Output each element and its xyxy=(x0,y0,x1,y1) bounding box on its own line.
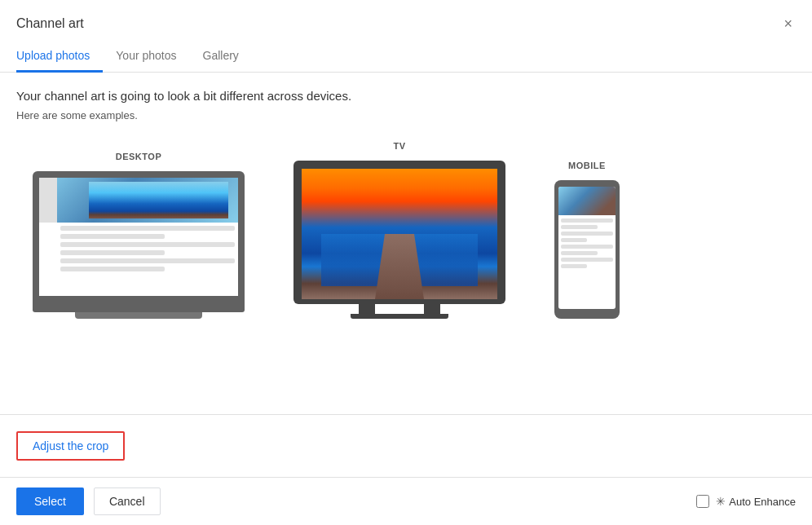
sub-description: Here are some examples. xyxy=(16,109,796,121)
desktop-label: DESKTOP xyxy=(116,152,161,161)
adjust-section: Adjust the crop xyxy=(0,414,812,477)
select-button[interactable]: Select xyxy=(16,488,84,515)
dialog-footer: Select Cancel ✳ Auto Enhance xyxy=(0,477,812,525)
content-line-1 xyxy=(60,226,235,231)
tv-screen xyxy=(302,169,497,299)
phone-body xyxy=(554,180,620,319)
laptop-content-lines xyxy=(39,223,238,278)
phone-line-8 xyxy=(561,264,587,268)
phone-content xyxy=(558,215,616,274)
phone-line-5 xyxy=(561,245,613,249)
content-line-6 xyxy=(60,267,165,271)
laptop-screen xyxy=(33,171,245,302)
content-line-5 xyxy=(60,258,235,263)
tab-upload-photos[interactable]: Upload photos xyxy=(16,41,103,73)
tv-legs xyxy=(293,304,505,314)
footer-actions-right: ✳ Auto Enhance xyxy=(696,495,796,508)
main-description: Your channel art is going to look a bit … xyxy=(16,89,796,103)
phone-line-7 xyxy=(561,258,613,262)
auto-enhance-label: ✳ Auto Enhance xyxy=(716,495,796,508)
phone-screen xyxy=(558,187,616,309)
tab-your-photos[interactable]: Your photos xyxy=(103,41,189,73)
device-previews: DESKTOP xyxy=(16,141,796,319)
tv-base-stand xyxy=(351,314,448,319)
auto-enhance-text: Auto Enhance xyxy=(729,496,796,508)
phone-art xyxy=(558,187,616,215)
phone-line-2 xyxy=(561,225,598,229)
mobile-label: MOBILE xyxy=(568,161,606,170)
phone-line-4 xyxy=(561,238,587,242)
tab-gallery[interactable]: Gallery xyxy=(190,41,252,73)
footer-actions-left: Select Cancel xyxy=(16,488,161,515)
tv-leg-right xyxy=(424,304,440,314)
cancel-button[interactable]: Cancel xyxy=(94,488,161,515)
mobile-preview: MOBILE xyxy=(554,161,620,319)
tv-leg-left xyxy=(359,304,375,314)
laptop-channel-art xyxy=(39,178,238,223)
phone-line-1 xyxy=(561,218,613,223)
content-line-4 xyxy=(60,250,165,255)
tv-mockup xyxy=(293,161,505,319)
content-line-2 xyxy=(60,234,165,239)
auto-enhance-checkbox[interactable] xyxy=(696,495,709,508)
tv-label: TV xyxy=(393,141,405,151)
close-button[interactable]: × xyxy=(780,13,796,34)
sparkle-icon: ✳ xyxy=(716,495,726,508)
adjust-crop-button[interactable]: Adjust the crop xyxy=(16,431,125,461)
phone-line-6 xyxy=(561,251,598,255)
content-line-3 xyxy=(60,242,235,247)
tv-preview: TV xyxy=(293,141,505,319)
channel-art-dialog: Channel art × Upload photos Your photos … xyxy=(0,0,812,525)
desktop-mockup xyxy=(33,171,245,319)
laptop-base xyxy=(33,302,245,312)
tv-body xyxy=(293,161,505,304)
dialog-header: Channel art × xyxy=(0,0,812,34)
mobile-mockup xyxy=(554,180,620,319)
main-content: Your channel art is going to look a bit … xyxy=(0,73,812,414)
laptop-art-image xyxy=(89,182,228,218)
phone-line-3 xyxy=(561,232,613,236)
laptop-sidebar xyxy=(39,178,57,223)
desktop-preview: DESKTOP xyxy=(33,152,245,319)
laptop-screen-inner xyxy=(39,178,238,296)
tabs-container: Upload photos Your photos Gallery xyxy=(0,41,812,73)
dialog-title: Channel art xyxy=(16,16,84,31)
laptop-stand xyxy=(75,312,202,319)
